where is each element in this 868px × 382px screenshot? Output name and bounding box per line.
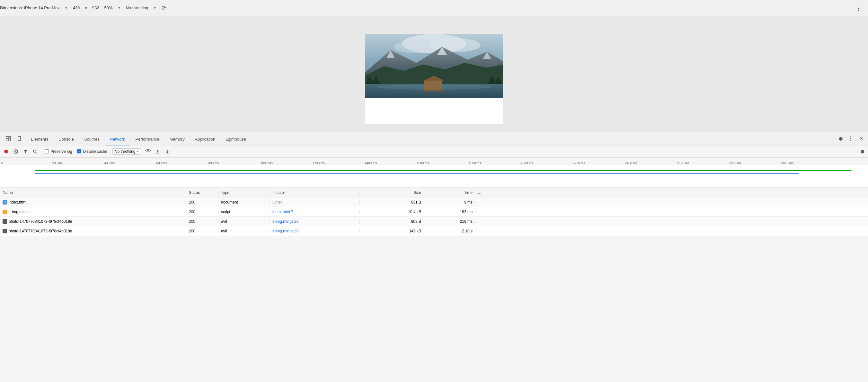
header-waterfall[interactable]: ... bbox=[475, 190, 868, 195]
table-row[interactable]: I photo-1470770841072-f978cf4d019e 200 a… bbox=[0, 226, 868, 236]
cell-time-0: 9 ms bbox=[424, 200, 475, 205]
dropdown-arrow-dim[interactable]: ▼ bbox=[65, 6, 68, 10]
cell-type-2: avif bbox=[218, 219, 270, 224]
header-time[interactable]: Time bbox=[424, 190, 475, 195]
ruler-tick-9: 1800 ms bbox=[469, 162, 481, 165]
cell-type-0: document bbox=[218, 200, 270, 205]
wifi-icon[interactable] bbox=[144, 147, 152, 156]
svg-line-34 bbox=[36, 152, 37, 153]
cell-name-1: J lr-img.min.js bbox=[0, 210, 186, 214]
header-name[interactable]: Name bbox=[0, 190, 186, 195]
timeline-cursor bbox=[35, 165, 35, 187]
dropdown-arrow-throttle[interactable]: ▼ bbox=[154, 6, 156, 10]
rotate-icon[interactable]: ⟳ bbox=[162, 4, 166, 11]
zoom-level[interactable]: 50% bbox=[104, 5, 113, 10]
svg-marker-32 bbox=[24, 150, 27, 153]
ruler-tick-1: 200 ms bbox=[52, 162, 63, 165]
svg-point-28 bbox=[4, 149, 8, 153]
upload-icon[interactable] bbox=[154, 147, 162, 156]
cell-time-1: 193 ms bbox=[424, 210, 475, 214]
tab-lighthouse[interactable]: Lighthouse bbox=[220, 134, 251, 145]
more-tabs-button[interactable]: ⋮ bbox=[846, 134, 855, 143]
svg-rect-21 bbox=[424, 89, 444, 91]
tab-console[interactable]: Console bbox=[53, 134, 79, 145]
svg-rect-22 bbox=[6, 136, 8, 138]
network-toolbar: Preserve log ✓ Disable cache No throttli… bbox=[0, 145, 868, 158]
preserve-log-toggle[interactable]: Preserve log bbox=[45, 149, 72, 154]
cell-initiator-0: Other bbox=[270, 200, 360, 205]
cell-type-3: avif bbox=[218, 229, 270, 233]
tab-application[interactable]: Application bbox=[190, 134, 221, 145]
html-icon: H bbox=[3, 200, 7, 205]
x-separator: x bbox=[85, 5, 87, 10]
ruler-tick-15: 3000 ms bbox=[781, 162, 794, 165]
img-icon: I bbox=[3, 229, 7, 233]
cell-time-3: 2.10 s bbox=[424, 229, 475, 233]
search-button[interactable] bbox=[31, 147, 39, 156]
cell-initiator-3[interactable]: lr-img.min.js:28 bbox=[270, 229, 360, 233]
header-type[interactable]: Type bbox=[218, 190, 270, 195]
table-row[interactable]: I photo-1470770841072-f978cf4d019e 200 a… bbox=[0, 217, 868, 226]
svg-point-33 bbox=[33, 150, 36, 152]
viewport-area bbox=[0, 21, 868, 130]
download-icon[interactable] bbox=[163, 147, 172, 156]
cell-size-0: 631 B bbox=[360, 200, 424, 205]
cell-initiator-2[interactable]: lr-img.min.js:28 bbox=[270, 219, 360, 224]
close-devtools-button[interactable]: ✕ bbox=[857, 134, 865, 143]
tab-sources[interactable]: Sources bbox=[79, 134, 105, 145]
svg-rect-25 bbox=[9, 139, 10, 141]
ruler-tick-4: 800 ms bbox=[208, 162, 219, 165]
ruler-tick-7: 1400 ms bbox=[365, 162, 377, 165]
more-options-icon[interactable]: ⋮ bbox=[855, 4, 862, 12]
table-row[interactable]: J lr-img.min.js 200 script index.html:7 … bbox=[0, 207, 868, 217]
throttling-label[interactable]: No throttling bbox=[126, 5, 148, 10]
dropdown-arrow-zoom[interactable]: ▼ bbox=[118, 6, 121, 10]
ruler-tick-3: 600 ms bbox=[156, 162, 167, 165]
disable-cache-toggle[interactable]: ✓ Disable cache bbox=[77, 149, 107, 154]
filter-button[interactable] bbox=[21, 147, 30, 156]
record-button[interactable] bbox=[2, 147, 10, 156]
tab-memory[interactable]: Memory bbox=[164, 134, 190, 145]
cell-status-3: 200 bbox=[186, 229, 218, 233]
load-line bbox=[35, 173, 799, 174]
phone-content bbox=[365, 34, 503, 124]
mountain-image bbox=[365, 34, 503, 98]
ruler-tick-12: 2400 ms bbox=[625, 162, 637, 165]
device-toolbar: Dimensions: iPhone 14 Pro Max ▼ 430 x 93… bbox=[0, 0, 868, 16]
device-height: 932 bbox=[92, 5, 99, 10]
timeline-ruler: 0 200 ms 400 ms 600 ms 800 ms 1000 ms 12… bbox=[0, 158, 868, 165]
device-mode-icon[interactable] bbox=[14, 133, 26, 144]
dimensions-label[interactable]: Dimensions: iPhone 14 Pro Max bbox=[0, 5, 60, 10]
cell-status-2: 200 bbox=[186, 219, 218, 224]
preserve-log-checkbox[interactable] bbox=[45, 149, 49, 153]
network-settings-button[interactable] bbox=[858, 147, 866, 156]
table-row[interactable]: H index.html 200 document Other 631 B 9 … bbox=[0, 198, 868, 207]
ruler-tick-5: 1000 ms bbox=[260, 162, 273, 165]
cell-name-3: I photo-1470770841072-f978cf4d019e bbox=[0, 229, 186, 233]
ruler-tick-8: 1600 ms bbox=[417, 162, 429, 165]
settings-button[interactable] bbox=[836, 134, 845, 143]
header-size[interactable]: Size bbox=[360, 190, 424, 195]
disable-cache-checkbox[interactable]: ✓ bbox=[77, 149, 81, 153]
cell-status-0: 200 bbox=[186, 200, 218, 205]
svg-rect-27 bbox=[19, 140, 20, 140]
dom-content-loaded-line bbox=[35, 170, 851, 171]
network-table[interactable]: Name Status Type Initiator Size Time ... bbox=[0, 188, 868, 236]
throttling-dropdown[interactable]: No throttling ▼ bbox=[113, 148, 142, 155]
cell-size-3: 149 kB bbox=[360, 229, 424, 233]
cell-size-1: 10.4 kB bbox=[360, 210, 424, 214]
cell-status-1: 200 bbox=[186, 210, 218, 214]
inspector-icon[interactable] bbox=[3, 133, 14, 144]
cell-initiator-1[interactable]: index.html:7 bbox=[270, 210, 360, 214]
devtools-tabs: Elements Console Sources Network Perform… bbox=[0, 132, 868, 145]
tab-elements[interactable]: Elements bbox=[26, 134, 53, 145]
devtools-panel: Elements Console Sources Network Perform… bbox=[0, 132, 868, 382]
tab-network[interactable]: Network bbox=[105, 134, 130, 145]
red-arrow bbox=[411, 229, 424, 233]
clear-button[interactable] bbox=[11, 147, 20, 156]
device-width: 430 bbox=[73, 5, 80, 10]
tab-performance[interactable]: Performance bbox=[130, 134, 164, 145]
ruler-tick-0: 0 bbox=[0, 162, 3, 165]
header-status[interactable]: Status bbox=[186, 190, 218, 195]
header-initiator[interactable]: Initiator bbox=[270, 190, 360, 195]
